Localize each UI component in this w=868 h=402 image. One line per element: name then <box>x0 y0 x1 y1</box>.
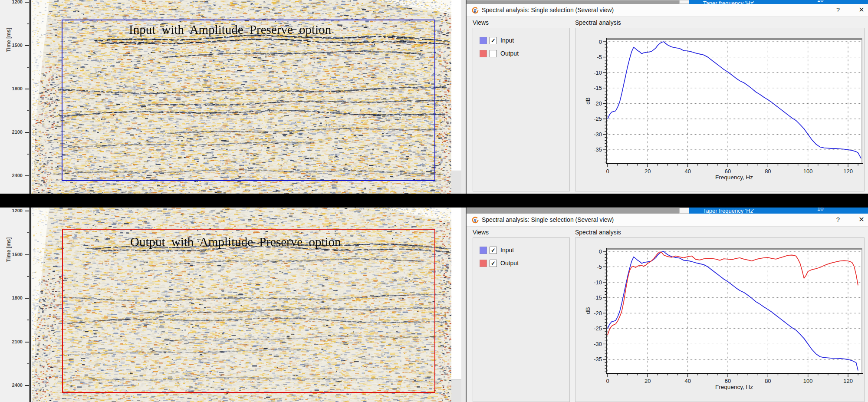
y-tick-label: -5 <box>597 264 602 270</box>
time-tick-label: 1200 <box>3 0 23 4</box>
x-tick-label: 80 <box>765 378 771 384</box>
x-tick-label: 100 <box>803 378 813 384</box>
separator-band <box>0 194 868 208</box>
y-tick-label: -10 <box>594 69 602 76</box>
x-axis-title: Frequency, Hz <box>715 174 753 181</box>
view-checkbox-input[interactable]: ✓ <box>490 247 497 254</box>
spectral-window-bottom: Taper frequency 'Hz' 10 g Spectral analy… <box>466 208 868 402</box>
app-icon: g <box>471 216 479 224</box>
spectral-window-top: Taper frequency 'Hz' 10 g Spectral analy… <box>466 0 868 194</box>
time-tick <box>25 342 29 343</box>
x-tick-label: 60 <box>725 168 731 175</box>
svg-text:g: g <box>473 8 477 13</box>
series-color-swatch <box>480 247 487 254</box>
help-button[interactable]: ? <box>833 6 843 13</box>
time-tick <box>25 298 29 299</box>
series-color-swatch <box>480 50 487 57</box>
scrollbar-thumb[interactable] <box>451 379 461 402</box>
y-axis-title: dB <box>585 97 591 105</box>
time-tick <box>25 2 29 3</box>
axis-line <box>30 208 31 402</box>
view-row-output: Output <box>480 49 519 57</box>
y-tick-label: -25 <box>594 115 602 122</box>
views-group-label: Views <box>473 229 489 236</box>
time-tick-label: 2100 <box>3 339 23 344</box>
x-tick-label: 120 <box>843 378 853 384</box>
view-label: Input <box>500 37 514 44</box>
view-row-input: ✓ Input <box>480 246 514 254</box>
window-top-strip <box>467 0 679 4</box>
taper-value: 10 <box>817 0 823 3</box>
x-tick-label: 40 <box>684 168 690 175</box>
y-tick-label: -35 <box>594 146 602 153</box>
y-tick-label: -25 <box>594 325 602 332</box>
time-tick <box>25 385 29 386</box>
series-color-swatch <box>480 37 487 44</box>
y-axis-title: dB <box>585 307 591 314</box>
window-titlebar[interactable]: g Spectral analysis: Single selection (S… <box>467 4 868 17</box>
view-label: Input <box>500 247 514 254</box>
x-tick-label: 20 <box>644 378 651 384</box>
spectral-chart-bottom[interactable]: 0-5-10-15-20-25-30-35020406080100120dBFr… <box>575 237 865 402</box>
scrollbar-thumb[interactable] <box>451 171 461 194</box>
taper-value: 10 <box>817 208 823 212</box>
x-tick-label: 0 <box>606 168 609 175</box>
panel-gap <box>461 0 466 194</box>
y-tick-label: -10 <box>594 279 602 286</box>
view-label: Output <box>500 50 519 57</box>
time-tick-label: 2100 <box>3 129 23 135</box>
chart-group-label: Spectral analysis <box>575 229 621 236</box>
panel-caption-output: Output with Amplitude Preserve option <box>130 235 341 249</box>
view-label: Output <box>500 260 519 267</box>
chart-group-label: Spectral analysis <box>575 19 621 26</box>
y-tick-label: -15 <box>594 294 602 301</box>
window-titlebar[interactable]: g Spectral analysis: Single selection (S… <box>467 214 868 227</box>
taper-frequency-titlebar[interactable]: Taper frequency 'Hz' 10 <box>689 208 868 214</box>
time-tick <box>25 45 29 46</box>
y-tick-label: -30 <box>594 341 602 347</box>
time-tick <box>25 175 29 176</box>
spectral-chart-top[interactable]: 0-5-10-15-20-25-30-35020406080100120dBFr… <box>575 28 865 192</box>
time-tick <box>25 254 29 255</box>
taper-frequency-titlebar[interactable]: Taper frequency 'Hz' 10 <box>689 0 868 4</box>
scrollbar-track[interactable] <box>451 0 461 194</box>
views-group-label: Views <box>473 19 489 26</box>
series-color-swatch <box>480 260 487 267</box>
y-tick-label: -5 <box>597 54 602 60</box>
x-tick-label: 0 <box>606 378 609 384</box>
y-tick-label: -20 <box>594 100 602 107</box>
time-tick-label: 1200 <box>3 208 23 213</box>
time-tick-label: 2400 <box>3 382 23 388</box>
y-tick-label: 0 <box>599 248 602 255</box>
plot-top-border <box>606 38 862 40</box>
view-checkbox-output[interactable]: ✓ <box>490 260 497 267</box>
x-tick-label: 60 <box>725 378 731 384</box>
view-checkbox-output[interactable] <box>490 50 497 57</box>
app-icon: g <box>471 7 479 14</box>
time-axis-title: Time [ms] <box>6 20 12 59</box>
y-tick-label: 0 <box>599 39 602 45</box>
panel-gap <box>461 208 466 402</box>
strip-button[interactable] <box>679 0 689 4</box>
close-button[interactable]: ✕ <box>856 215 867 224</box>
scrollbar-track[interactable] <box>451 208 461 402</box>
y-tick-label: -15 <box>594 85 602 91</box>
window-title: Spectral analysis: Single selection (Sev… <box>482 7 614 13</box>
time-axis-title: Time [ms] <box>6 230 12 269</box>
y-tick-label: -35 <box>594 356 602 362</box>
x-tick-label: 120 <box>843 168 853 175</box>
time-axis: 12001500180021002400 <box>0 0 32 194</box>
close-button[interactable]: ✕ <box>856 6 867 14</box>
y-tick-label: -30 <box>594 131 602 138</box>
window-top-strip <box>467 208 679 214</box>
time-tick-label: 1800 <box>3 86 23 91</box>
view-row-output: ✓ Output <box>480 259 519 267</box>
help-button[interactable]: ? <box>833 216 843 223</box>
view-checkbox-input[interactable]: ✓ <box>490 37 497 44</box>
x-tick-label: 100 <box>803 168 813 175</box>
time-tick <box>25 89 29 89</box>
screenshot-stage: 12001500180021002400 Time [ms] Input wit… <box>0 0 868 402</box>
taper-title: Taper frequency 'Hz' <box>703 0 754 4</box>
strip-button[interactable] <box>679 208 689 214</box>
time-tick <box>25 132 29 133</box>
